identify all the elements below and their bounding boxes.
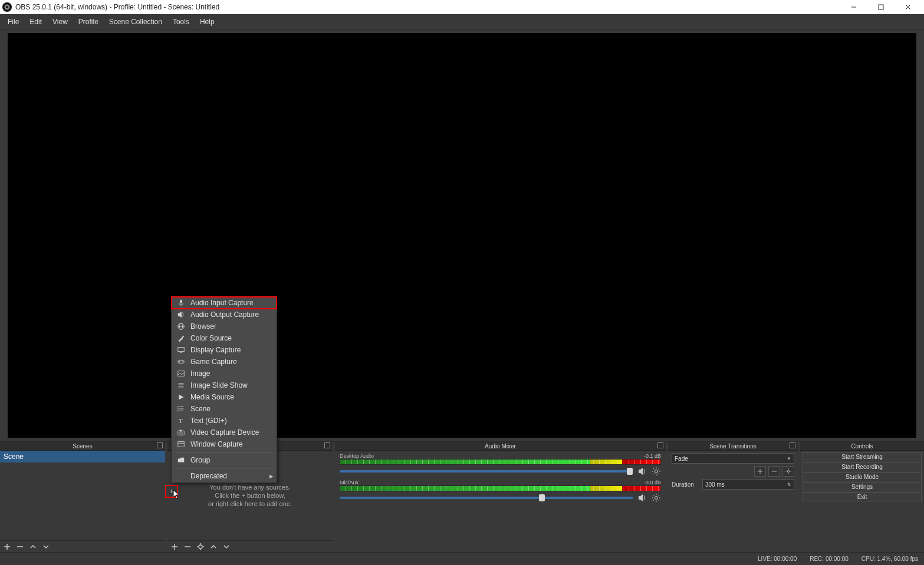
volume-slider[interactable] (340, 497, 633, 499)
status-live: LIVE: 00:00:00 (758, 556, 797, 562)
svg-line-35 (659, 495, 660, 496)
ctx-deprecated[interactable]: Deprecated▶ (172, 470, 277, 482)
svg-rect-45 (180, 300, 182, 303)
popout-icon[interactable] (324, 442, 330, 448)
add-source-button[interactable] (171, 543, 178, 550)
camera-icon (176, 428, 186, 437)
ctx-game-capture[interactable]: Game Capture (172, 356, 277, 368)
slideshow-icon (176, 381, 186, 390)
menu-scene-collection[interactable]: Scene Collection (104, 15, 167, 28)
gear-icon[interactable] (652, 493, 661, 503)
transition-duration-input[interactable]: 300 ms⇅ (702, 479, 794, 490)
move-scene-down-button[interactable] (42, 543, 50, 550)
app-logo-icon (2, 2, 12, 12)
popout-icon[interactable] (157, 442, 163, 448)
svg-point-28 (655, 497, 658, 500)
popout-icon[interactable] (790, 442, 795, 448)
start-streaming-button[interactable]: Start Streaming (803, 452, 922, 461)
chevron-down-icon: ▼ (787, 456, 791, 461)
svg-line-26 (653, 474, 655, 475)
audio-track-desktop: Desktop Audio-0.1 dB (340, 453, 661, 476)
close-button[interactable] (895, 0, 922, 14)
controls-title[interactable]: Controls (800, 442, 924, 451)
ctx-audio-output-capture[interactable]: Audio Output Capture (172, 309, 277, 321)
ctx-video-capture-device[interactable]: Video Capture Device (172, 427, 277, 438)
audio-mixer-title[interactable]: Audio Mixer (335, 442, 666, 451)
window-icon (176, 440, 186, 449)
menu-profile[interactable]: Profile (73, 15, 104, 28)
studio-mode-button[interactable]: Studio Mode (803, 472, 922, 481)
add-source-context-menu: Audio Input Capture Audio Output Capture… (171, 296, 277, 483)
transitions-title[interactable]: Scene Transitions (668, 442, 798, 451)
menu-tools[interactable]: Tools (167, 15, 195, 28)
ctx-label: Window Capture (190, 440, 243, 448)
ctx-color-source[interactable]: Color Source (172, 332, 277, 344)
microphone-icon (176, 298, 186, 308)
popout-icon[interactable] (657, 442, 663, 448)
remove-transition-button[interactable] (768, 466, 780, 477)
ctx-scene[interactable]: Scene (172, 403, 277, 415)
svg-point-18 (655, 470, 658, 473)
placeholder-line: or right click here to add one. (208, 500, 292, 507)
ctx-image[interactable]: Image (172, 368, 277, 379)
track-db: -3.0 dB (644, 480, 661, 485)
scene-item[interactable]: Scene (0, 451, 165, 462)
ctx-image-slide-show[interactable]: Image Slide Show (172, 379, 277, 391)
ctx-label: Group (190, 456, 210, 464)
transition-select[interactable]: Fade▼ (672, 453, 794, 464)
settings-button[interactable]: Settings (803, 482, 922, 491)
window-title: OBS 25.0.1 (64-bit, windows) - Profile: … (15, 3, 840, 11)
preview-canvas[interactable] (8, 33, 916, 438)
menu-view[interactable]: View (47, 15, 73, 28)
ctx-browser[interactable]: Browser (172, 321, 277, 332)
svg-marker-76 (173, 490, 179, 498)
audio-track-mic: Mic/Aux-3.0 dB (340, 480, 661, 503)
ctx-label: Display Capture (190, 346, 241, 354)
speaker-icon[interactable] (637, 493, 647, 503)
add-scene-button[interactable] (4, 543, 11, 550)
ctx-label: Audio Output Capture (190, 310, 259, 319)
start-recording-button[interactable]: Start Recording (803, 462, 922, 471)
ctx-media-source[interactable]: Media Source (172, 391, 277, 403)
exit-button[interactable]: Exit (803, 492, 922, 501)
volume-slider[interactable] (340, 470, 633, 473)
menu-edit[interactable]: Edit (24, 15, 47, 28)
ctx-label: Deprecated (190, 472, 227, 480)
svg-rect-52 (178, 348, 185, 352)
svg-point-55 (182, 361, 183, 362)
speaker-icon[interactable] (637, 467, 647, 476)
transition-settings-button[interactable] (782, 466, 794, 477)
svg-line-33 (653, 495, 655, 496)
remove-source-button[interactable] (184, 543, 191, 550)
maximize-button[interactable] (867, 0, 895, 14)
minimize-button[interactable] (840, 0, 867, 14)
ctx-window-capture[interactable]: Window Capture (172, 438, 277, 450)
ctx-label: Color Source (190, 334, 232, 342)
transition-current: Fade (675, 455, 688, 462)
svg-point-68 (177, 408, 179, 409)
svg-rect-51 (182, 336, 185, 338)
move-source-down-button[interactable] (223, 543, 230, 550)
svg-rect-74 (178, 442, 185, 447)
ctx-display-capture[interactable]: Display Capture (172, 344, 277, 356)
menu-file[interactable]: File (2, 15, 24, 28)
globe-icon (176, 322, 186, 331)
transitions-panel: Scene Transitions Fade▼ Duration 300 ms⇅ (668, 442, 798, 552)
svg-line-24 (659, 474, 660, 475)
text-icon: T (176, 416, 186, 425)
ctx-label: Media Source (190, 393, 234, 401)
add-transition-button[interactable] (754, 466, 766, 477)
source-properties-button[interactable] (197, 543, 204, 550)
duration-value: 300 ms (705, 481, 725, 488)
menu-help[interactable]: Help (195, 15, 220, 28)
move-source-up-button[interactable] (210, 543, 217, 550)
move-scene-up-button[interactable] (29, 543, 37, 550)
scenes-panel-title[interactable]: Scenes (0, 442, 165, 451)
placeholder-line: You don't have any sources. (209, 484, 290, 491)
gear-icon[interactable] (652, 467, 661, 476)
ctx-audio-input-capture[interactable]: Audio Input Capture (172, 297, 277, 309)
play-icon (176, 392, 186, 402)
remove-scene-button[interactable] (17, 543, 24, 550)
ctx-text-gdi[interactable]: TText (GDI+) (172, 415, 277, 427)
ctx-group[interactable]: Group (172, 454, 277, 466)
